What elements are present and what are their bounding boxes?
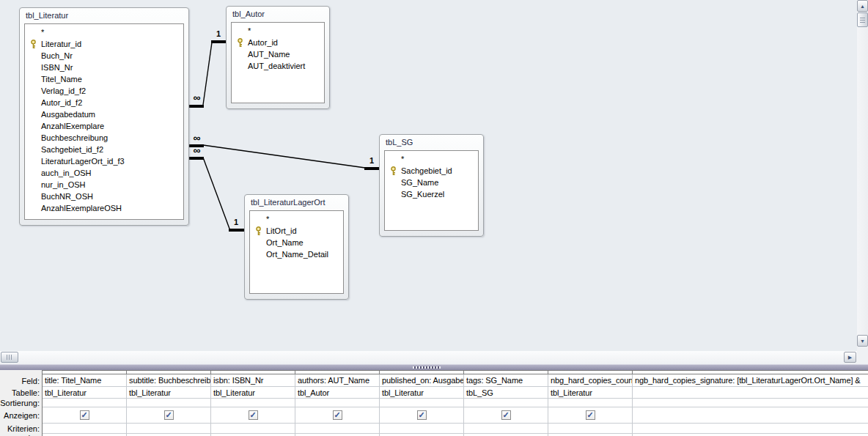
field-row[interactable]: LitOrt_id — [250, 225, 343, 237]
show-checkbox[interactable]: ✓ — [586, 410, 595, 420]
field-row[interactable]: Ort_Name — [250, 237, 343, 248]
sortierung-cell[interactable] — [380, 399, 464, 407]
kriterien-cell[interactable] — [548, 424, 633, 434]
feld-cell[interactable]: published_on: Ausgabe — [380, 374, 464, 387]
sortierung-cell[interactable] — [211, 399, 295, 407]
show-checkbox[interactable]: ✓ — [417, 410, 427, 420]
horizontal-scrollbar[interactable]: ▶ — [0, 351, 857, 364]
tabelle-cell[interactable]: tbl_Literatur — [380, 387, 464, 399]
field-row[interactable]: * — [232, 25, 324, 37]
kriterien-cell[interactable] — [295, 424, 380, 434]
field-row[interactable]: AnzahlExemplareOSH — [25, 202, 183, 214]
field-row[interactable]: SG_Kuerzel — [385, 188, 478, 200]
feld-cell[interactable]: ngb_hard_copies_signature: [tbl_Literatu… — [633, 374, 868, 387]
field-row[interactable]: nur_in_OSH — [25, 179, 183, 191]
field-row[interactable]: AUT_Name — [232, 48, 324, 60]
table-title: tbl_Autor — [227, 7, 329, 21]
field-name: Sachgebiet_id — [401, 165, 452, 177]
tabelle-cell[interactable]: tbl_Literatur — [127, 387, 211, 399]
grid-row-label-text: Kriterien: — [7, 424, 40, 433]
kriterien-cell[interactable] — [380, 424, 464, 434]
table-field-list: *Literatur_idBuch_NrISBN_NrTitel_NameVer… — [24, 23, 184, 220]
sortierung-cell[interactable] — [464, 399, 548, 407]
field-name: * — [266, 213, 269, 225]
scroll-up-button[interactable]: ▲ — [857, 0, 868, 12]
tabelle-cell[interactable]: tbl_Literatur — [211, 387, 295, 399]
field-row[interactable]: Titel_Name — [25, 73, 183, 85]
anzeigen-cell[interactable] — [633, 407, 868, 424]
check-icon: ✓ — [502, 411, 509, 419]
sortierung-cell[interactable] — [295, 399, 380, 407]
tabelle-cell[interactable]: tbl_Literatur — [548, 387, 633, 399]
anzeigen-cell[interactable]: ✓ — [43, 407, 127, 424]
diagram-pane: tbl_Literatur*Literatur_idBuch_NrISBN_Nr… — [0, 0, 868, 364]
scroll-down-button[interactable]: ▼ — [857, 335, 868, 347]
kriterien-cell[interactable] — [633, 424, 868, 434]
sortierung-cell[interactable] — [548, 399, 633, 407]
field-row[interactable]: Sachgebiet_id — [385, 165, 478, 177]
field-row[interactable]: AnzahlExemplare — [25, 120, 183, 132]
field-row[interactable]: * — [385, 153, 478, 165]
show-checkbox[interactable]: ✓ — [249, 410, 258, 420]
table-window[interactable]: tbl_Literatur*Literatur_idBuch_NrISBN_Nr… — [19, 7, 189, 226]
field-row[interactable]: * — [25, 26, 183, 38]
anzeigen-cell[interactable]: ✓ — [464, 407, 548, 424]
show-checkbox[interactable]: ✓ — [501, 410, 511, 420]
field-row[interactable]: Buch_Nr — [25, 50, 183, 62]
sortierung-cell[interactable] — [633, 399, 868, 407]
field-row[interactable]: Sachgebiet_id_f2 — [25, 144, 183, 155]
show-checkbox[interactable]: ✓ — [80, 410, 89, 420]
field-row[interactable]: ISBN_Nr — [25, 62, 183, 73]
vertical-scrollbar[interactable]: ▲ ▼ — [857, 0, 868, 347]
feld-cell[interactable]: isbn: ISBN_Nr — [211, 374, 295, 387]
feld-cell[interactable]: tags: SG_Name — [464, 374, 548, 387]
field-row[interactable]: Autor_id_f2 — [25, 97, 183, 108]
anzeigen-cell[interactable]: ✓ — [211, 407, 295, 424]
kriterien-cell[interactable] — [43, 424, 127, 434]
feld-cell[interactable]: subtitle: Buchbeschreib — [127, 374, 211, 387]
tabelle-cell[interactable]: tbl_Literatur — [43, 387, 127, 399]
field-row[interactable]: Verlag_id_f2 — [25, 85, 183, 97]
field-name: LiteraturLagerOrt_id_f3 — [41, 155, 125, 167]
table-title: tbl_LiteraturLagerOrt — [245, 195, 348, 210]
show-checkbox[interactable]: ✓ — [333, 410, 342, 420]
field-row[interactable]: Ausgabedatum — [25, 108, 183, 120]
kriterien-cell[interactable] — [127, 424, 211, 434]
field-row[interactable]: BuchNR_OSH — [25, 191, 183, 202]
field-row[interactable]: Literatur_id — [25, 38, 183, 50]
field-row[interactable]: AUT_deaktiviert — [232, 60, 324, 72]
table-window[interactable]: tbl_LiteraturLagerOrt*LitOrt_idOrt_NameO… — [244, 194, 349, 300]
scroll-right-button[interactable]: ▶ — [844, 352, 856, 363]
field-row[interactable]: * — [250, 213, 343, 225]
many-cardinality-label: ∞ — [188, 134, 205, 142]
field-row[interactable]: SG_Name — [385, 177, 478, 188]
grid-row-feld: title: Titel_Namesubtitle: Buchbeschreib… — [43, 374, 868, 387]
show-checkbox[interactable]: ✓ — [164, 410, 174, 420]
feld-cell[interactable]: nbg_hard_copies_coun — [548, 374, 633, 387]
kriterien-cell[interactable] — [211, 424, 295, 434]
feld-cell[interactable]: authors: AUT_Name — [295, 374, 380, 387]
tabelle-cell[interactable]: tbl_Autor — [295, 387, 380, 399]
anzeigen-cell[interactable]: ✓ — [548, 407, 633, 424]
anzeigen-cell[interactable]: ✓ — [380, 407, 464, 424]
sortierung-cell[interactable] — [43, 399, 127, 407]
field-row[interactable]: Autor_id — [232, 37, 324, 48]
kriterien-cell[interactable] — [464, 424, 548, 434]
anzeigen-cell[interactable]: ✓ — [295, 407, 380, 424]
table-window[interactable]: tbL_SG*Sachgebiet_idSG_NameSG_Kuerzel — [379, 134, 484, 237]
check-icon: ✓ — [418, 411, 424, 419]
check-icon: ✓ — [334, 411, 340, 419]
vertical-scrollbar-thumb[interactable] — [857, 12, 868, 27]
field-row[interactable]: LiteraturLagerOrt_id_f3 — [25, 155, 183, 167]
tabelle-cell[interactable] — [633, 387, 868, 399]
field-row[interactable]: Buchbeschreibung — [25, 132, 183, 144]
anzeigen-cell[interactable]: ✓ — [127, 407, 211, 424]
horizontal-scrollbar-thumb[interactable] — [1, 352, 18, 363]
sortierung-cell[interactable] — [127, 399, 211, 407]
pane-splitter[interactable] — [0, 364, 868, 370]
tabelle-cell[interactable]: tbL_SG — [464, 387, 548, 399]
table-window[interactable]: tbl_Autor*Autor_idAUT_NameAUT_deaktivier… — [226, 6, 330, 109]
field-row[interactable]: auch_in_OSH — [25, 167, 183, 179]
feld-cell[interactable]: title: Titel_Name — [43, 374, 127, 387]
field-row[interactable]: Ort_Name_Detail — [250, 248, 343, 260]
